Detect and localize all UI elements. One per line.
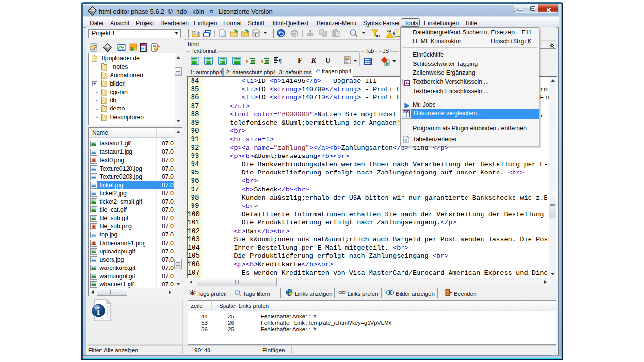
svg-text:i: i [97, 305, 100, 317]
svg-text:ID: ID [387, 29, 391, 33]
svg-text:¶: ¶ [278, 57, 282, 64]
svg-text:ID: ID [376, 34, 380, 38]
